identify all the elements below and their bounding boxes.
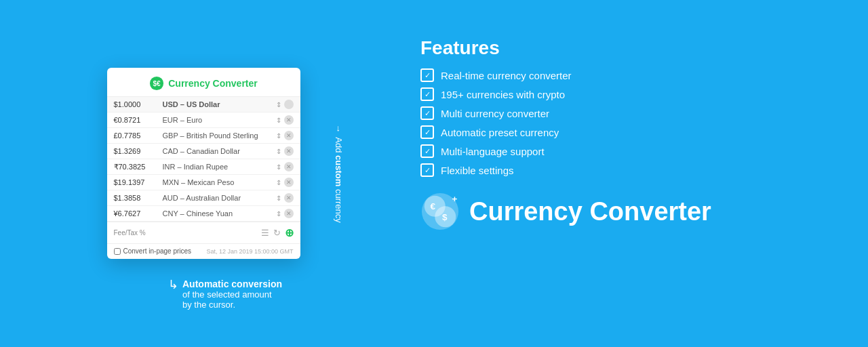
brand-logo-icon: € $ + — [420, 192, 460, 231]
usd-amount: $1.0000 — [114, 100, 163, 108]
feature-text-1: 195+ currencies with crypto — [441, 89, 565, 100]
feature-item-0: ✓ Real-time currency converter — [420, 68, 841, 82]
inr-name: INR – Indian Rupee — [163, 163, 276, 171]
cny-name: CNY – Chinese Yuan — [163, 209, 276, 218]
auto-conversion-bold: Automatic conversion — [182, 279, 282, 289]
widget-logo-icon: $€ — [149, 76, 164, 91]
add-icon[interactable]: ⊕ — [285, 226, 294, 239]
inr-select-icon[interactable]: ⇕ — [276, 163, 281, 171]
cad-amount: $1.3269 — [114, 147, 163, 155]
usd-select-icon[interactable]: ⇕ — [276, 101, 281, 108]
inr-remove-btn[interactable]: ✕ — [284, 162, 294, 171]
feature-text-4: Multi-language support — [441, 146, 545, 157]
menu-icon[interactable]: ☰ — [261, 228, 269, 238]
cad-select-icon[interactable]: ⇕ — [276, 148, 281, 155]
gbp-amount: £0.7785 — [114, 131, 163, 140]
convert-in-page-checkbox[interactable] — [114, 248, 121, 255]
usd-remove-btn — [284, 100, 294, 109]
currency-row-usd: $1.0000 USD – US Dollar ⇕ — [107, 97, 300, 113]
mxn-name: MXN – Mexican Peso — [163, 178, 276, 186]
auto-conversion-line1: of the selected amount — [182, 289, 282, 300]
widget-header: $€ Currency Converter — [107, 68, 300, 97]
feature-text-2: Multi currency converter — [441, 108, 549, 119]
eur-name: EUR – Euro — [163, 116, 276, 124]
currency-row-mxn: $19.1397 MXN – Mexican Peso ⇕ ✕ — [107, 175, 300, 190]
currency-row-cny: ¥6.7627 CNY – Chinese Yuan ⇕ ✕ — [107, 206, 300, 222]
cny-amount: ¥6.7627 — [114, 209, 163, 218]
mxn-remove-btn[interactable]: ✕ — [284, 178, 294, 187]
feature-item-4: ✓ Multi-language support — [420, 144, 841, 158]
add-custom-label: → Add custom currency — [334, 124, 344, 222]
eur-remove-btn[interactable]: ✕ — [284, 115, 294, 125]
svg-text:€: € — [431, 201, 436, 211]
eur-select-icon[interactable]: ⇕ — [276, 117, 281, 124]
auto-conversion-note: ↳ Automatic conversion of the selected a… — [168, 279, 282, 310]
usd-name: USD – US Dollar — [163, 100, 276, 108]
feature-text-3: Automatic preset currency — [441, 127, 559, 138]
widget-card: $€ Currency Converter $1.0000 USD – US D… — [107, 68, 300, 259]
eur-amount: €0.8721 — [114, 116, 163, 124]
convert-checkbox-label[interactable]: Convert in-page prices — [114, 247, 192, 255]
feature-item-2: ✓ Multi currency converter — [420, 106, 841, 120]
feature-item-5: ✓ Flexible settings — [420, 163, 841, 177]
brand-title: Currency Converter — [469, 197, 711, 226]
aud-name: AUD – Australian Dollar — [163, 194, 276, 202]
mxn-select-icon[interactable]: ⇕ — [276, 179, 281, 186]
cny-remove-btn[interactable]: ✕ — [284, 209, 294, 218]
add-custom-text: Add custom currency — [334, 137, 344, 222]
cad-remove-btn[interactable]: ✕ — [284, 146, 294, 156]
corner-arrow-icon: ↳ — [168, 277, 178, 292]
feature-text-5: Flexible settings — [441, 165, 514, 176]
widget-title: Currency Converter — [168, 78, 258, 89]
check-icon-4: ✓ — [420, 144, 434, 158]
gbp-select-icon[interactable]: ⇕ — [276, 132, 281, 140]
svg-text:$€: $€ — [153, 80, 161, 87]
check-icon-5: ✓ — [420, 163, 434, 177]
currency-row-gbp: £0.7785 GBP – British Pound Sterling ⇕ ✕ — [107, 128, 300, 144]
check-icon-0: ✓ — [420, 68, 434, 82]
aud-amount: $1.3858 — [114, 194, 163, 202]
currency-row-aud: $1.3858 AUD – Australian Dollar ⇕ ✕ — [107, 190, 300, 206]
aud-select-icon[interactable]: ⇕ — [276, 195, 281, 202]
feature-item-1: ✓ 195+ currencies with crypto — [420, 87, 841, 101]
check-icon-1: ✓ — [420, 87, 434, 101]
auto-conversion-line2: by the cursor. — [182, 300, 282, 310]
mxn-amount: $19.1397 — [114, 178, 163, 186]
feature-item-3: ✓ Automatic preset currency — [420, 125, 841, 139]
widget-footer: Fee/Tax % ☰ ↻ ⊕ — [107, 222, 300, 243]
footer-icons: ☰ ↻ ⊕ — [261, 226, 294, 239]
right-section: Features ✓ Real-time currency converter … — [420, 37, 841, 231]
widget-bottom: Convert in-page prices Sat, 12 Jan 2019 … — [107, 243, 300, 259]
inr-amount: ₹70.3825 — [114, 163, 163, 171]
check-icon-2: ✓ — [420, 106, 434, 120]
brand-section: € $ + Currency Converter — [420, 192, 841, 231]
refresh-icon[interactable]: ↻ — [273, 228, 281, 238]
currency-row-inr: ₹70.3825 INR – Indian Rupee ⇕ ✕ — [107, 159, 300, 175]
feature-text-0: Real-time currency converter — [441, 70, 572, 81]
arrow-icon-right: → — [334, 124, 344, 133]
timestamp: Sat, 12 Jan 2019 15:00:00 GMT — [206, 248, 293, 255]
currency-row-eur: €0.8721 EUR – Euro ⇕ ✕ — [107, 113, 300, 128]
aud-remove-btn[interactable]: ✕ — [284, 193, 294, 203]
currency-row-cad: $1.3269 CAD – Canadian Dollar ⇕ ✕ — [107, 144, 300, 159]
check-icon-3: ✓ — [420, 125, 434, 139]
svg-text:$: $ — [442, 212, 448, 222]
gbp-remove-btn[interactable]: ✕ — [284, 131, 294, 140]
fee-tax-label: Fee/Tax % — [114, 229, 146, 237]
gbp-name: GBP – British Pound Sterling — [163, 131, 276, 140]
features-title: Features — [420, 37, 841, 59]
cad-name: CAD – Canadian Dollar — [163, 147, 276, 155]
svg-text:+: + — [452, 194, 457, 204]
cny-select-icon[interactable]: ⇕ — [276, 210, 281, 218]
